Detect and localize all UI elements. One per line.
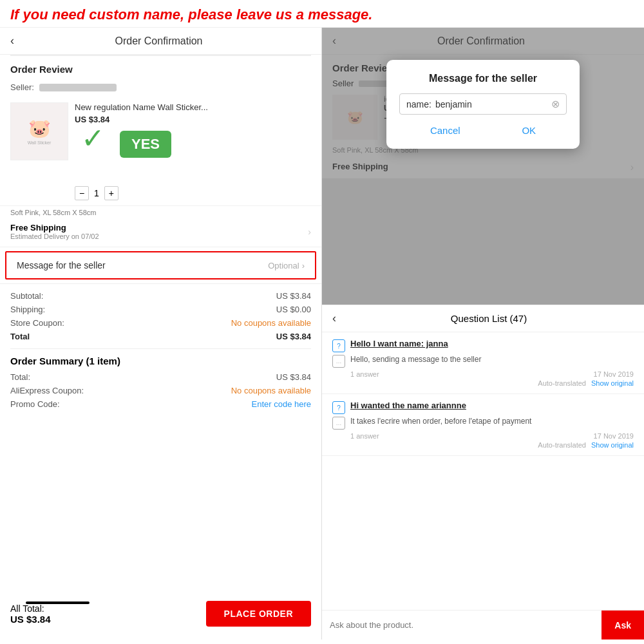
shipping-info: Free Shipping Estimated Delivery on 07/0… [10,223,99,240]
seller-name-blur [39,84,117,91]
summary-aliexpress-row: AliExpress Coupon: No coupons available [0,384,321,397]
place-order-section: All Total: US $3.84 PLACE ORDER [10,601,311,627]
auto-translated-2: Auto-translated [538,441,586,449]
answer-count-1: 1 answer [350,370,379,378]
message-seller-label: Message for the seller [17,260,106,270]
ask-button[interactable]: Ask [601,611,644,639]
question-list-panel: ‹ Question List (47) ? Hello I want name… [322,305,644,639]
shipping-arrow-icon: › [308,227,311,237]
message-optional: Optional › [268,261,305,270]
all-total: All Total: US $3.84 [10,603,51,625]
summary-total-value: US $3.84 [276,372,311,382]
bottom-bar [26,601,90,604]
quantity-row: − 1 + [75,186,311,200]
question-icon-2: ? [332,401,345,414]
summary-promo-value[interactable]: Enter code here [251,399,311,409]
date-1: 17 Nov 2019 [594,370,634,378]
answer-icon-1: … [332,355,345,368]
ask-input[interactable] [322,611,601,639]
top-banner: If you need custom name, please leave us… [0,0,644,28]
show-original-1[interactable]: Show original [591,379,634,387]
totals-section: Subtotal: US $3.84 Shipping: US $0.00 St… [0,283,321,348]
answer-1-text: Hello, sending a message to the seller [350,355,634,364]
seller-row: Seller: [0,80,321,97]
order-review-label: Order Review [0,56,321,80]
shipping-total-value: US $0.00 [276,305,311,314]
dialog-ok-button[interactable]: OK [522,125,536,136]
answer-1-row: … Hello, sending a message to the seller [332,355,634,368]
coupon-label: Store Coupon: [10,318,64,328]
product-name: New regulation Name Wall Sticker... [75,102,311,112]
subtotal-label: Subtotal: [10,291,43,301]
left-panel-title: Order Confirmation [22,35,296,47]
dialog-actions: Cancel OK [399,125,567,136]
dialog-cancel-button[interactable]: Cancel [430,125,460,136]
coupon-row: Store Coupon: No coupons available [10,316,311,330]
coupon-value[interactable]: No coupons available [231,318,311,328]
shipping-total-row: Shipping: US $0.00 [10,303,311,316]
all-total-price: US $3.84 [10,614,51,625]
message-dialog: Message for the seller name: ⊗ Cancel OK [386,60,580,149]
dialog-input-field[interactable] [435,99,551,109]
qty-value: 1 [94,188,99,198]
left-panel: ‹ Order Confirmation Order Review Seller… [0,28,322,639]
question-1-row: ? Hello I want name: janna [332,339,634,352]
q-meta-1: 1 answer 17 Nov 2019 [332,368,634,378]
left-back-button[interactable]: ‹ [10,34,14,48]
product-row: 🐷 Wall Sticker New regulation Name Wall … [0,97,321,206]
subtotal-row: Subtotal: US $3.84 [10,289,311,303]
dialog-input-row[interactable]: name: ⊗ [399,93,567,115]
dialog-overlay: Message for the seller name: ⊗ Cancel OK [322,28,644,305]
shipping-title: Free Shipping [10,223,99,232]
product-price: US $3.84 [75,115,311,124]
banner-text: If you need custom name, please leave us… [10,6,372,23]
total-value: US $3.84 [276,332,311,341]
total-label: Total [10,332,30,341]
question-list-back[interactable]: ‹ [332,312,336,325]
show-original-2[interactable]: Show original [591,441,634,449]
answer-2-row: … It takes l'ecrire when order, before l… [332,417,634,430]
auto-translated-1: Auto-translated [538,379,586,387]
ask-row: Ask [322,610,644,639]
question-list-header: ‹ Question List (47) [322,305,644,332]
checkmark-icon: ✓ [81,122,105,155]
question-2-row: ? Hi wanted the name ariannne [332,401,634,414]
product-image: 🐷 Wall Sticker [10,102,68,160]
answer-count-2: 1 answer [350,432,379,440]
seller-label: Seller: [10,82,34,92]
question-item-1: ? Hello I want name: janna … Hello, send… [322,332,644,394]
date-2: 17 Nov 2019 [594,432,634,440]
question-list-title: Question List (47) [344,313,634,324]
dialog-clear-icon[interactable]: ⊗ [551,98,560,110]
answer-icon-2: … [332,417,345,430]
q-meta-trans-1: Auto-translated Show original [332,378,634,387]
qty-decrease[interactable]: − [75,186,89,200]
all-total-label: All Total: [10,603,51,614]
q-meta-2: 1 answer 17 Nov 2019 [332,430,634,440]
summary-aliexpress-label: AliExpress Coupon: [10,386,84,395]
question-2-text: Hi wanted the name ariannne [350,401,466,410]
summary-aliexpress-value[interactable]: No coupons available [231,386,311,395]
question-icon-1: ? [332,339,345,352]
right-panel: ‹ Order Confirmation Order Review Seller… [322,28,644,639]
shipping-row[interactable]: Free Shipping Estimated Delivery on 07/0… [0,216,321,247]
summary-promo-row: Promo Code: Enter code here [0,397,321,411]
dialog-input-prefix: name: [406,99,431,109]
summary-total-row: Total: US $3.84 [0,370,321,384]
summary-promo-label: Promo Code: [10,399,60,409]
yes-badge: YES [120,131,171,158]
product-variant: Soft Pink, XL 58cm X 58cm [0,206,321,216]
subtotal-value: US $3.84 [276,291,311,301]
chevron-right-icon: › [302,261,305,270]
order-summary-title: Order Summary (1 item) [0,349,321,370]
shipping-subtitle: Estimated Delivery on 07/02 [10,232,99,240]
message-seller-row[interactable]: Message for the seller Optional › [5,251,316,279]
product-info: New regulation Name Wall Sticker... US $… [75,102,311,200]
left-header: ‹ Order Confirmation [0,28,321,55]
qty-increase[interactable]: + [104,186,118,200]
answer-2-text: It takes l'ecrire when order, before l'e… [350,417,634,426]
place-order-button[interactable]: PLACE ORDER [206,601,311,627]
total-row: Total US $3.84 [10,330,311,343]
q-meta-trans-2: Auto-translated Show original [332,440,634,449]
shipping-total-label: Shipping: [10,305,45,314]
